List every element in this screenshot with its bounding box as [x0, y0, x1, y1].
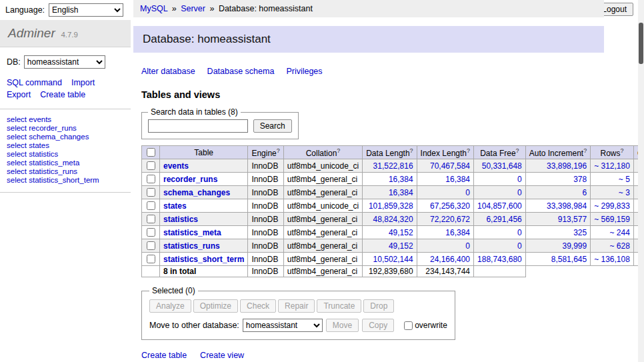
column-header: Rows?	[591, 146, 634, 159]
row-checkbox[interactable]	[147, 228, 155, 237]
selected-action-button: Truncate	[317, 299, 361, 313]
selected-action-button: Repair	[278, 299, 315, 313]
search-input[interactable]	[148, 119, 248, 133]
sidebar-action-link[interactable]: Import	[71, 78, 95, 87]
sidebar-table-link[interactable]: select statistics_runs	[7, 167, 124, 176]
app-title-band: Adminer 4.7.9	[0, 20, 131, 47]
row-checkbox[interactable]	[147, 175, 155, 183]
help-icon[interactable]: ?	[621, 147, 624, 154]
table-name-link[interactable]: states	[163, 201, 187, 211]
selected-action-button: Drop	[363, 299, 394, 313]
breadcrumb-link-server[interactable]: Server	[181, 4, 205, 13]
overwrite-checkbox[interactable]	[404, 321, 413, 330]
column-header: Collation?	[283, 146, 362, 159]
sidebar-action-link[interactable]: Create table	[40, 90, 85, 99]
collation-cell: utf8mb4_general_ci	[283, 213, 362, 226]
sidebar-table-link[interactable]: select statistics	[7, 150, 124, 159]
create-link[interactable]: Create view	[200, 351, 244, 360]
sidebar-table-link[interactable]: select states	[7, 141, 124, 150]
breadcrumb-separator: »	[209, 4, 214, 13]
sidebar: Adminer 4.7.9 DB:homeassistant SQL comma…	[0, 20, 131, 193]
sidebar-table-link[interactable]: select statistics_short_term	[7, 176, 124, 185]
db-nav-link[interactable]: Alter database	[141, 67, 195, 76]
data-length-cell: 49,152	[363, 226, 417, 239]
index-length-cell: 0	[417, 186, 473, 199]
table-name-link[interactable]: statistics_short_term	[163, 255, 244, 264]
auto-increment-cell: 33,898,196	[525, 159, 590, 173]
sidebar-table-link[interactable]: select recorder_runs	[7, 124, 124, 133]
table-name-link[interactable]: statistics	[163, 215, 198, 224]
row-checkbox[interactable]	[147, 255, 155, 263]
help-icon[interactable]: ?	[410, 147, 413, 154]
scrollbar-thumb[interactable]	[639, 23, 643, 64]
table-name-link[interactable]: schema_changes	[163, 188, 230, 197]
index-length-cell: 24,166,400	[417, 253, 473, 266]
table-row: statistics_short_term InnoDB utf8mb4_gen…	[142, 253, 644, 266]
help-icon[interactable]: ?	[337, 147, 340, 154]
sidebar-table-list: select eventsselect recorder_runsselect …	[0, 109, 131, 193]
rows-cell: ~ 3	[591, 186, 634, 199]
rows-cell: ~ 628	[591, 239, 634, 253]
db-nav-link[interactable]: Database schema	[207, 67, 275, 76]
scrollbar[interactable]	[638, 0, 644, 362]
language-bar: Language:English	[5, 3, 123, 17]
data-length-cell: 48,824,320	[363, 213, 417, 226]
row-checkbox[interactable]	[147, 201, 155, 210]
collation-cell: utf8mb4_unicode_ci	[283, 159, 362, 173]
sidebar-table-link[interactable]: select statistics_meta	[7, 159, 124, 167]
help-icon[interactable]: ?	[277, 147, 280, 154]
index-length-cell: 70,467,584	[417, 159, 473, 173]
table-name-link[interactable]: recorder_runs	[163, 175, 217, 184]
table-name-link[interactable]: events	[163, 161, 189, 171]
data-length-cell: 31,522,816	[363, 159, 417, 173]
db-select[interactable]: homeassistant	[24, 55, 105, 69]
column-header: Engine?	[248, 146, 283, 159]
table-row: events InnoDB utf8mb4_unicode_ci 31,522,…	[142, 159, 644, 173]
column-header: Data Length?	[363, 146, 417, 159]
selected-legend: Selected (0)	[149, 286, 198, 295]
sidebar-table-link[interactable]: select schema_changes	[7, 133, 124, 141]
sidebar-action-link[interactable]: Export	[7, 90, 31, 99]
row-checkbox[interactable]	[147, 241, 155, 250]
help-icon[interactable]: ?	[467, 147, 470, 154]
engine-cell: InnoDB	[248, 226, 283, 239]
collation-cell: utf8mb4_general_ci	[283, 239, 362, 253]
search-fieldset: Search data in tables (8) Search	[141, 107, 299, 139]
auto-increment-cell: 39,999	[525, 239, 590, 253]
rows-cell: ~ 312,180	[591, 159, 634, 173]
selected-action-button: Check	[240, 299, 276, 313]
language-select[interactable]: English	[49, 3, 123, 17]
data-free-cell: 0	[474, 239, 526, 253]
breadcrumb-current: Database: homeassistant	[219, 4, 313, 13]
data-free-cell: 50,331,648	[474, 159, 526, 173]
copy-button: Copy	[362, 319, 394, 332]
overwrite-label: overwrite	[415, 321, 447, 330]
collation-cell: utf8mb4_general_ci	[283, 226, 362, 239]
db-label: DB:	[7, 57, 21, 67]
help-icon[interactable]: ?	[516, 147, 519, 154]
help-icon[interactable]: ?	[583, 147, 587, 154]
table-name-link[interactable]: statistics_meta	[163, 228, 221, 237]
search-button[interactable]: Search	[253, 119, 292, 133]
row-checkbox[interactable]	[147, 215, 155, 223]
search-legend: Search data in tables (8)	[148, 107, 241, 117]
select-all-checkbox[interactable]	[147, 148, 155, 157]
collation-cell: utf8mb4_general_ci	[283, 253, 362, 266]
data-length-cell: 49,152	[363, 239, 417, 253]
row-checkbox[interactable]	[147, 188, 155, 197]
breadcrumb-link-mysql[interactable]: MySQL	[140, 4, 167, 13]
data-free-cell: 0	[474, 226, 526, 239]
db-nav-link[interactable]: Privileges	[286, 67, 322, 76]
create-link[interactable]: Create table	[141, 351, 187, 360]
move-db-select[interactable]: homeassistant	[243, 319, 323, 332]
table-row: states InnoDB utf8mb4_unicode_ci 101,859…	[142, 199, 644, 213]
index-length-cell: 67,256,320	[417, 199, 473, 213]
sidebar-table-link[interactable]: select events	[7, 115, 124, 124]
data-length-cell: 10,502,144	[363, 253, 417, 266]
column-header: Auto Increment?	[525, 146, 590, 159]
tables-heading: Tables and views	[141, 89, 604, 100]
auto-increment-cell: 913,577	[525, 213, 590, 226]
sidebar-action-link[interactable]: SQL command	[7, 78, 62, 87]
table-name-link[interactable]: statistics_runs	[163, 241, 220, 251]
row-checkbox[interactable]	[147, 161, 155, 170]
